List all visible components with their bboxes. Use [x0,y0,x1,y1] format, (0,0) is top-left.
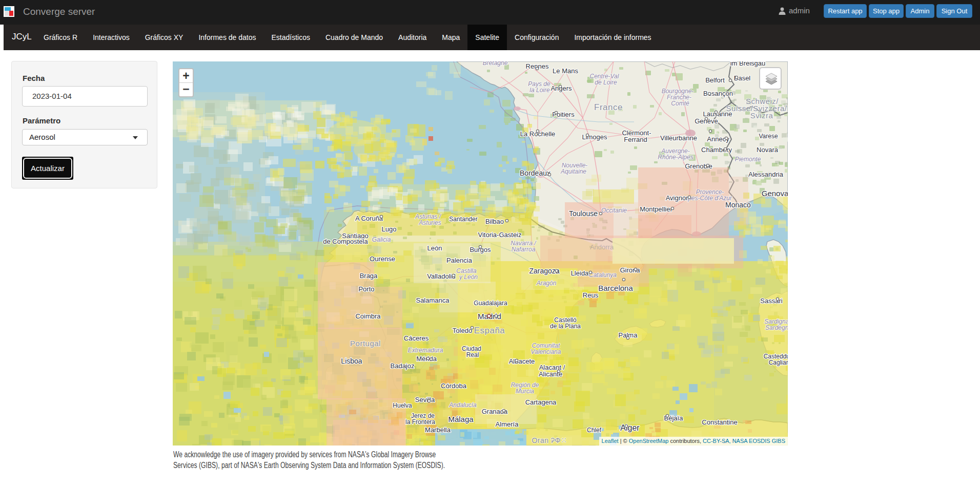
svg-text:Extremadura: Extremadura [408,347,443,354]
svg-text:Besançon: Besançon [703,90,733,97]
svg-text:Palencia: Palencia [446,257,473,264]
svg-text:Catalunya: Catalunya [589,271,617,279]
svg-text:Bretagne: Bretagne [483,61,508,67]
svg-text:Varese: Varese [759,133,778,140]
svg-text:Constantine: Constantine [702,418,737,426]
svg-text:Andorra: Andorra [590,243,614,251]
svg-text:de Loire: de Loire [595,79,617,86]
svg-text:Portugal: Portugal [350,339,381,348]
svg-text:Limoges: Limoges [582,133,607,141]
svg-text:Almería: Almería [496,420,519,428]
svg-text:Cáceres: Cáceres [404,334,429,342]
svg-text:Asturies: Asturies [418,219,441,226]
svg-text:Bilbao: Bilbao [485,218,504,225]
svg-text:de Compostela: de Compostela [323,238,368,245]
svg-text:Aragón: Aragón [536,280,557,287]
svg-text:Valladolid: Valladolid [427,272,455,280]
svg-text:Ferrand: Ferrand [624,136,647,143]
svg-text:Barcelona: Barcelona [598,284,633,292]
svg-text:Lugo: Lugo [382,225,397,233]
svg-text:Le Mans: Le Mans [553,67,578,75]
svg-text:Sevilla: Sevilla [415,396,435,404]
svg-text:Ourense: Ourense [370,255,395,263]
svg-text:Huelva: Huelva [393,402,412,409]
svg-text:Guadalajara: Guadalajara [474,300,507,307]
svg-text:Villeurbanne: Villeurbanne [660,134,697,142]
svg-text:Sardegna: Sardegna [765,324,788,331]
svg-text:Piemonte: Piemonte [735,156,761,163]
svg-text:Lisboa: Lisboa [341,357,362,365]
svg-text:Svizra: Svizra [750,111,773,120]
svg-text:España: España [474,326,505,335]
svg-text:de la Plana: de la Plana [550,323,581,330]
svg-text:la Loire: la Loire [529,87,550,94]
svg-text:Vitoria-Gasteiz: Vitoria-Gasteiz [478,231,521,239]
svg-text:Badajoz: Badajoz [391,362,415,370]
svg-text:Córdoba: Córdoba [441,382,467,390]
svg-text:im Breisgau: im Breisgau [730,61,766,67]
svg-text:Genova: Genova [762,189,788,198]
svg-text:León: León [427,244,442,252]
svg-text:Andalucía: Andalucía [448,401,477,409]
svg-text:Nafarroa: Nafarroa [512,246,536,253]
svg-text:Chlef: Chlef [587,427,602,434]
svg-text:France: France [594,102,623,112]
svg-text:Marbella: Marbella [425,426,451,434]
svg-text:Cartagena: Cartagena [525,398,557,406]
svg-text:Monaco: Monaco [725,201,751,209]
svg-text:Galicia: Galicia [372,236,391,243]
svg-text:Lleida: Lleida [571,269,589,277]
svg-text:Porto: Porto [358,285,374,293]
svg-text:Real: Real [466,351,479,358]
svg-text:Aquitaine: Aquitaine [560,168,586,175]
svg-text:Alger: Alger [620,423,640,432]
svg-text:Salamanca: Salamanca [416,296,450,304]
svg-text:Novara: Novara [757,146,779,154]
svg-text:Braga: Braga [360,272,378,280]
svg-text:Alessandria: Alessandria [748,171,784,178]
svg-text:pes-Côte d'Azur: pes-Côte d'Azur [687,195,732,202]
svg-text:Sassari: Sassari [760,297,782,305]
svg-text:Occitanie: Occitanie [601,207,627,214]
svg-text:Chambéry: Chambéry [701,146,732,154]
svg-text:Montpellier: Montpellier [640,205,672,213]
svg-text:Reus: Reus [583,291,599,299]
svg-text:Toledo: Toledo [453,327,472,334]
svg-text:y León: y León [459,273,478,281]
svg-text:Avignon: Avignon [666,194,690,202]
svg-text:Oran ᎮΦ⁙: Oran ᎮΦ⁙ [532,436,567,444]
svg-text:Bordeaux: Bordeaux [520,169,550,177]
svg-text:la Frontera: la Frontera [405,418,435,426]
svg-text:Girona: Girona [620,266,640,274]
svg-text:Coimbra: Coimbra [355,312,381,320]
svg-text:A Coruña: A Coruña [355,215,383,222]
svg-text:Comté: Comté [671,100,689,107]
svg-text:Cagliari: Cagliari [769,359,788,366]
svg-text:Albacete: Albacete [509,357,535,365]
svg-text:Santander: Santander [449,216,477,223]
svg-text:Rhône-Alpes: Rhône-Alpes [658,154,693,161]
svg-text:Belfort: Belfort [705,76,725,84]
svg-text:Valenciana: Valenciana [531,348,561,355]
svg-text:Toulouse: Toulouse [569,209,598,218]
svg-text:Murcia: Murcia [516,388,534,395]
svg-text:Málaga: Málaga [448,415,474,423]
